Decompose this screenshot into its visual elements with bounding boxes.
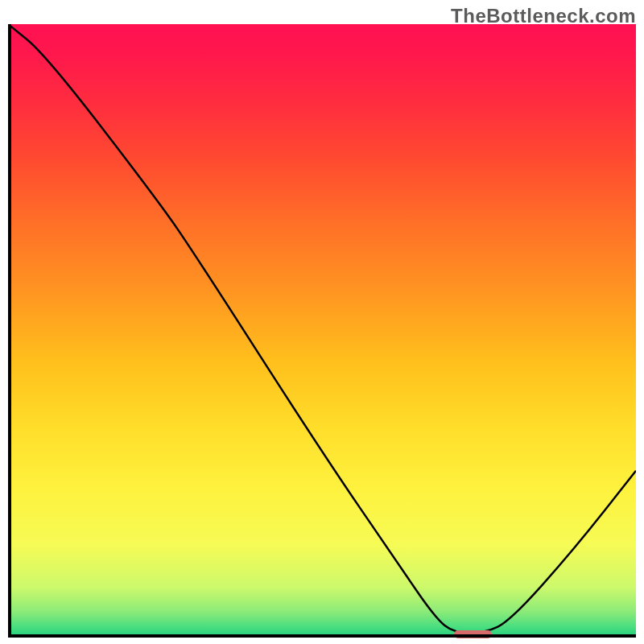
svg-rect-0 xyxy=(8,24,636,636)
y-axis-line xyxy=(8,24,11,636)
bottleneck-chart: TheBottleneck.com xyxy=(0,0,644,644)
heat-gradient-background xyxy=(8,24,636,636)
x-axis-line xyxy=(8,634,636,638)
watermark-text: TheBottleneck.com xyxy=(451,5,636,27)
